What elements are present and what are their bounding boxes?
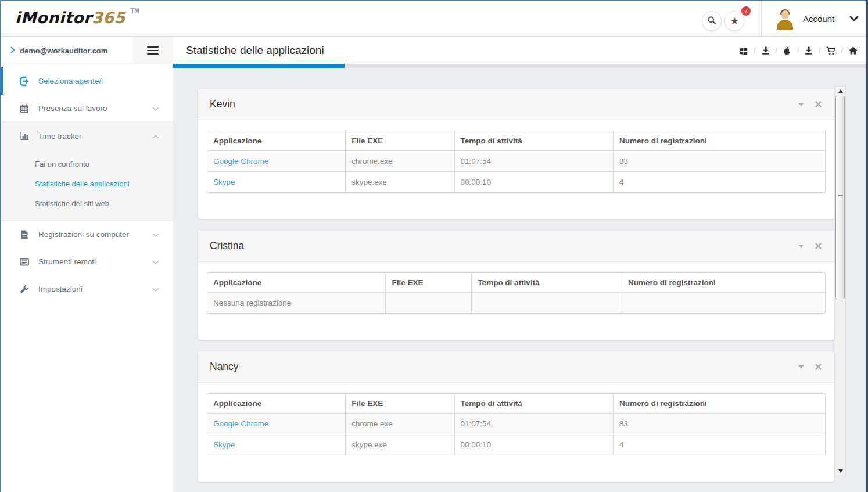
scroll-up-button[interactable] [835,87,845,96]
cell-tempo: 01:07:54 [454,151,613,172]
collapse-panel-button[interactable] [797,243,805,249]
windows-icon[interactable] [739,46,748,55]
close-panel-button[interactable] [814,100,823,109]
table-row: Skype skype.exe 00:00:10 4 [207,172,826,193]
tab-statistiche-applicazioni[interactable]: Statistiche delle applicazioni [173,37,345,64]
submenu-item-label: Statistiche delle applicazioni [35,179,130,188]
application-link[interactable]: Skype [207,172,346,193]
agent-panel-nancy: Nancy Applicazione File EX [198,351,834,482]
column-header: Numero di registrazioni [614,394,826,414]
avatar [774,8,796,30]
icon-separator: / [754,46,755,55]
tab-strip [173,64,866,68]
main-content: Statistiche delle applicazioni / / / / / [173,37,866,492]
star-icon: ★ [730,16,738,26]
sidebar-account[interactable]: demo@workauditor.com [10,37,107,64]
application-link[interactable]: Skype [207,434,346,455]
chevron-down-icon [798,245,804,248]
notification-badge[interactable]: 7 [740,5,752,17]
table-header-row: Applicazione File EXE Tempo di attività … [207,273,826,293]
sidebar-item-seleziona-agenti[interactable]: Seleziona agente/i [1,67,173,95]
submenu-item-label: Fai un confronto [35,160,89,168]
download-icon[interactable] [804,46,813,55]
sidebar-item-time-tracker[interactable]: Time tracker [1,122,173,149]
column-header: Applicazione [207,131,346,151]
sidebar-item-registrazioni-su-computer[interactable]: Registrazioni su computer [1,221,173,248]
column-header: Tempo di attività [454,131,613,151]
cell-registrazioni: 83 [614,151,826,172]
agent-panel-cristina: Cristina Applicazione File [198,231,834,340]
time-tracker-submenu: Fai un confronto Statistiche delle appli… [1,149,173,221]
sidebar-header: demo@workauditor.com [1,37,173,64]
sidebar-item-strumenti-remoti[interactable]: Strumenti remoti [1,248,173,275]
window-border-top [0,0,868,1]
home-icon[interactable] [848,46,858,55]
cell-registrazioni: 83 [614,414,826,434]
applications-table: Applicazione File EXE Tempo di attività … [207,131,826,193]
cell-file-exe: skype.exe [346,434,454,455]
sidebar-item-impostazioni[interactable]: Impostazioni [1,275,173,303]
icon-separator: / [776,46,777,55]
sidebar-item-label: Presenza sul lavoro [38,104,107,113]
close-panel-button[interactable] [814,242,823,250]
window-border-left [0,0,1,492]
panel-header: Kevin [198,89,834,120]
agent-panel-kevin: Kevin Applicazione File EX [198,89,834,219]
cell-registrazioni [622,293,825,314]
triangle-up-icon [838,89,843,93]
table-row: Google Chrome chrome.exe 01:07:54 83 [207,151,826,172]
panel-title: Cristina [210,240,244,252]
select-agent-icon [19,76,30,87]
panel-header: Nancy [198,351,834,383]
collapse-panel-button[interactable] [797,102,805,107]
logo-tm: TM [131,8,139,14]
chevron-down-icon [798,365,804,369]
document-icon [19,229,30,240]
triangle-down-icon [838,469,843,473]
table-row: Nessuna registrazione [207,293,826,314]
logo-text: iMonitor365 [15,9,125,27]
sidebar-subitem-statistiche-applicazioni[interactable]: Statistiche delle applicazioni [1,174,173,193]
download-icon[interactable] [761,46,770,55]
page-title: Statistiche delle applicazioni [186,44,324,57]
collapse-panel-button[interactable] [797,364,805,370]
chevron-down-icon [849,13,859,24]
column-header: File EXE [346,131,454,151]
scrollbar-thumb[interactable] [835,96,845,299]
sidebar-item-label: Impostazioni [38,285,83,293]
sidebar: demo@workauditor.com Seleziona agente/i … [1,37,173,492]
account-menu[interactable]: Account [774,1,864,36]
cell-tempo: 01:07:54 [454,414,613,434]
application-link[interactable]: Google Chrome [207,414,346,434]
chevron-up-icon [152,131,159,141]
icon-separator: / [841,46,843,55]
table-header-row: Applicazione File EXE Tempo di attività … [207,394,826,414]
sidebar-account-email: demo@workauditor.com [20,46,107,55]
applications-table: Applicazione File EXE Tempo di attività … [207,393,826,455]
sidebar-subitem-statistiche-siti-web[interactable]: Statistiche dei siti web [1,193,173,213]
bar-chart-icon [19,131,30,141]
search-button[interactable] [702,11,722,31]
sidebar-item-presenza-sul-lavoro[interactable]: Presenza sul lavoro [1,95,173,122]
cell-file-exe [386,293,472,314]
scroll-down-button[interactable] [835,466,845,476]
sidebar-item-label: Strumenti remoti [38,257,96,266]
column-header: Applicazione [207,394,346,414]
calendar-icon [19,103,30,114]
chevron-down-icon [152,284,159,295]
cart-icon[interactable] [826,46,836,55]
sidebar-toggle-button[interactable] [132,37,173,64]
close-icon [815,243,822,249]
panel-header: Cristina [198,231,834,262]
chevron-down-icon [152,229,159,240]
topbar-divider [761,1,762,36]
sidebar-subitem-fai-un-confronto[interactable]: Fai un confronto [1,154,173,174]
platform-icons: / / / / / [739,37,858,64]
application-link[interactable]: Google Chrome [207,151,346,172]
vertical-scrollbar[interactable] [835,86,846,476]
column-header: Applicazione [207,273,386,293]
column-header: Numero di registrazioni [622,273,825,293]
close-panel-button[interactable] [814,362,823,371]
apple-icon[interactable] [783,46,792,55]
chevron-right-icon [10,46,15,55]
